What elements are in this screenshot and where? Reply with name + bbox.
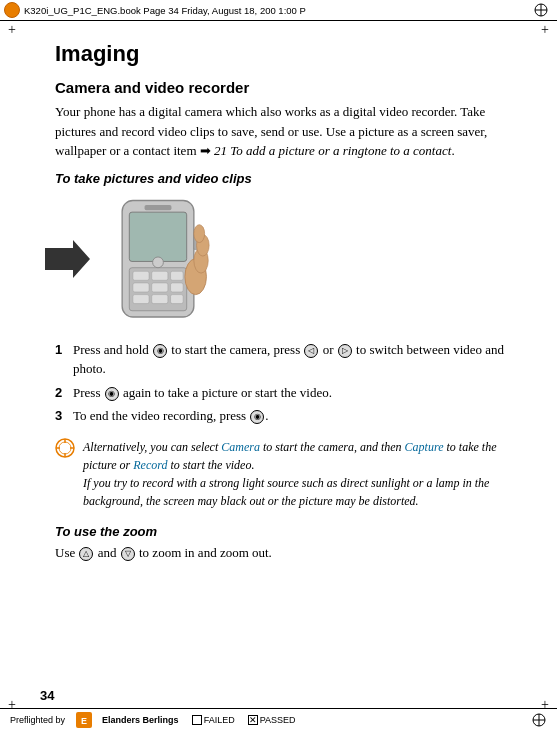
preflighted-text: Preflighted by E Elanders Berlings FAILE… xyxy=(10,712,296,728)
svg-rect-13 xyxy=(171,282,184,291)
numbered-list: 1 Press and hold ◉ to start the camera, … xyxy=(55,340,517,426)
company-name: Elanders Berlings xyxy=(102,715,179,725)
camera-button-icon-2: ◉ xyxy=(105,387,119,401)
svg-rect-6 xyxy=(145,204,172,209)
subsection-heading-pictures: To take pictures and video clips xyxy=(55,171,517,186)
zoom-heading: To use the zoom xyxy=(55,524,517,539)
page-header: K320i_UG_P1C_ENG.book Page 34 Friday, Au… xyxy=(0,0,557,21)
svg-point-24 xyxy=(59,442,71,454)
failed-label: FAILED xyxy=(204,715,235,725)
failed-checkbox-icon xyxy=(192,715,202,725)
note-text: Alternatively, you can select Camera to … xyxy=(83,438,517,510)
svg-rect-9 xyxy=(152,271,168,280)
section-heading-camera: Camera and video recorder xyxy=(55,79,517,96)
svg-rect-16 xyxy=(171,294,184,303)
svg-rect-11 xyxy=(133,282,149,291)
svg-rect-8 xyxy=(133,271,149,280)
orange-circle-icon xyxy=(4,2,20,18)
camera-button-icon-3: ◉ xyxy=(250,410,264,424)
note-box: Alternatively, you can select Camera to … xyxy=(55,438,517,510)
down-button-icon: ▽ xyxy=(121,547,135,561)
note-capture-word: Capture xyxy=(405,440,444,454)
camera-button-icon-1: ◉ xyxy=(153,344,167,358)
svg-rect-10 xyxy=(171,271,184,280)
passed-label: PASSED xyxy=(260,715,296,725)
list-item-1: 1 Press and hold ◉ to start the camera, … xyxy=(55,340,517,379)
note-camera-word: Camera xyxy=(221,440,260,454)
svg-rect-14 xyxy=(133,294,149,303)
failed-check: FAILED xyxy=(192,715,235,725)
crosshair-icon-bottom-right xyxy=(531,712,547,728)
up-button-icon: △ xyxy=(79,547,93,561)
svg-point-17 xyxy=(153,256,164,267)
note-record-word: Record xyxy=(133,458,167,472)
arrow-right-icon xyxy=(45,240,90,282)
passed-check: PASSED xyxy=(248,715,296,725)
list-item-3: 3 To end the video recording, press ◉. xyxy=(55,406,517,426)
page-number: 34 xyxy=(40,688,54,703)
zoom-text: Use △ and ▽ to zoom in and zoom out. xyxy=(55,543,517,563)
bottom-bar: Preflighted by E Elanders Berlings FAILE… xyxy=(0,708,557,731)
svg-text:E: E xyxy=(81,716,87,726)
list-text-3: To end the video recording, press ◉. xyxy=(73,406,517,426)
list-number-3: 3 xyxy=(55,406,73,426)
page-container: K320i_UG_P1C_ENG.book Page 34 Friday, Au… xyxy=(0,0,557,731)
svg-point-22 xyxy=(194,224,205,242)
preflighted-label: Preflighted by xyxy=(10,715,65,725)
crosshair-icon-right xyxy=(533,2,549,18)
list-text-1: Press and hold ◉ to start the camera, pr… xyxy=(73,340,517,379)
svg-rect-15 xyxy=(152,294,168,303)
left-button-icon: ◁ xyxy=(304,344,318,358)
list-item-2: 2 Press ◉ again to take a picture or sta… xyxy=(55,383,517,403)
main-content: Imaging Camera and video recorder Your p… xyxy=(0,21,557,582)
list-number-1: 1 xyxy=(55,340,73,379)
list-number-2: 2 xyxy=(55,383,73,403)
svg-rect-12 xyxy=(152,282,168,291)
right-button-icon: ▷ xyxy=(338,344,352,358)
elanders-logo-icon: E xyxy=(76,712,92,728)
section-body-camera: Your phone has a digital camera which al… xyxy=(55,102,517,161)
phone-illustration xyxy=(98,196,218,326)
note-icon xyxy=(55,438,75,510)
passed-checkbox-icon xyxy=(248,715,258,725)
svg-marker-3 xyxy=(45,240,90,278)
chapter-title: Imaging xyxy=(55,41,517,67)
image-area xyxy=(45,196,517,326)
svg-rect-5 xyxy=(129,212,186,261)
header-left: K320i_UG_P1C_ENG.book Page 34 Friday, Au… xyxy=(4,2,306,18)
header-text: K320i_UG_P1C_ENG.book Page 34 Friday, Au… xyxy=(24,5,306,16)
list-text-2: Press ◉ again to take a picture or start… xyxy=(73,383,517,403)
